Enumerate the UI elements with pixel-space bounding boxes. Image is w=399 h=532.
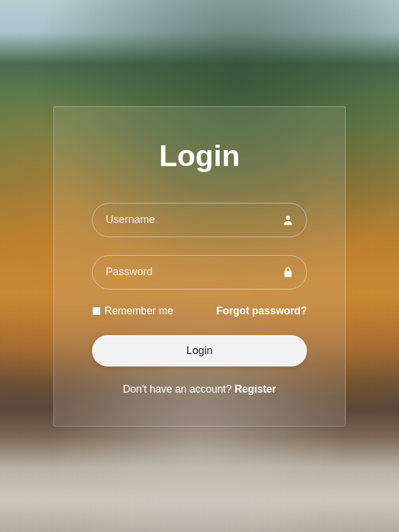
password-input[interactable] [92,255,307,289]
remember-me-checkbox[interactable] [92,307,101,316]
svg-point-0 [286,215,290,219]
lock-icon [282,266,294,278]
remember-forgot-row: Remember me Forgot password? [92,305,307,317]
remember-me-text: Remember me [104,305,173,317]
password-input-box [92,255,307,289]
login-card: Login Remember me Forgot password? Login… [53,106,346,426]
register-link[interactable]: Register [235,383,276,395]
user-icon [282,214,294,226]
username-input-box [92,203,307,237]
register-prompt: Don't have an account? Register [123,383,276,396]
login-title: Login [159,139,240,173]
forgot-password-link[interactable]: Forgot password? [216,305,307,317]
register-prompt-text: Don't have an account? [123,383,235,395]
username-input[interactable] [92,203,307,237]
remember-me-label[interactable]: Remember me [92,305,173,317]
login-button[interactable]: Login [92,335,307,367]
